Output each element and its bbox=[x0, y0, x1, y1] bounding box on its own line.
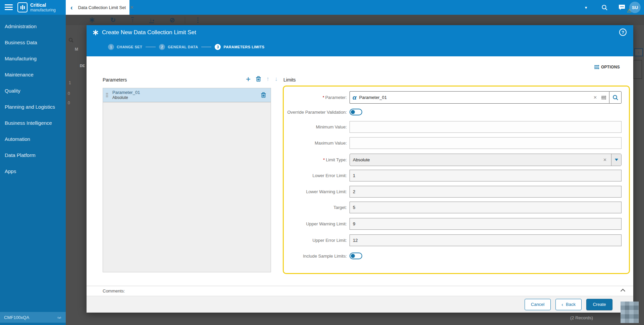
create-button[interactable]: Create bbox=[586, 299, 612, 310]
required-marker: * bbox=[323, 157, 325, 162]
options-button[interactable]: OPTIONS bbox=[594, 65, 620, 69]
limit-type-value[interactable]: Absolute bbox=[353, 157, 603, 162]
critical-manufacturing-logo-icon bbox=[17, 2, 28, 12]
parameter-lookup-field: α Parameter_01 ✕ bbox=[350, 91, 622, 104]
delete-parameter-button[interactable] bbox=[256, 76, 261, 82]
step-label: CHANGE SET bbox=[117, 45, 142, 49]
override-validation-label: Override Parameter Validation: bbox=[284, 110, 350, 115]
field-row-target: Target: bbox=[284, 202, 629, 213]
field-row-upper-warning-limit: Upper Warning Limit: bbox=[284, 218, 629, 230]
sidebar-item-business-intelligence[interactable]: Business Intelligence bbox=[0, 115, 66, 131]
tab-close-icon[interactable]: ✕ bbox=[130, 5, 134, 10]
row-delete-icon[interactable] bbox=[261, 92, 266, 98]
include-sample-limits-toggle[interactable] bbox=[350, 253, 362, 259]
upper-warning-limit-input[interactable] bbox=[350, 218, 622, 230]
limits-highlighted-panel: *Parameter: α Parameter_01 ✕ bbox=[283, 86, 630, 274]
limit-type-label: Limit Type: bbox=[326, 157, 347, 162]
step-number: 3 bbox=[215, 44, 221, 50]
background-cell-value: 0 bbox=[68, 101, 70, 105]
upper-warning-limit-label: Upper Warning Limit: bbox=[284, 221, 350, 226]
global-search-icon[interactable] bbox=[600, 0, 609, 15]
comments-section: Comments: bbox=[87, 286, 633, 296]
help-icon[interactable]: ? bbox=[619, 29, 627, 36]
step-general-data[interactable]: 2 GENERAL DATA bbox=[159, 44, 198, 50]
upper-error-limit-input[interactable] bbox=[350, 234, 622, 246]
options-label: OPTIONS bbox=[601, 65, 620, 69]
field-row-lower-warning-limit: Lower Warning Limit: bbox=[284, 186, 629, 198]
new-entity-asterisk-icon bbox=[93, 30, 99, 36]
field-row-parameter: *Parameter: α Parameter_01 ✕ bbox=[284, 91, 629, 104]
add-parameter-button[interactable]: + bbox=[246, 76, 251, 82]
parameter-name: Parameter_01 bbox=[112, 90, 140, 95]
sidebar-item-data-platform[interactable]: Data Platform bbox=[0, 147, 66, 163]
step-parameters-limits[interactable]: 3 PARAMETERS LIMITS bbox=[215, 44, 264, 50]
sidebar-item-apps[interactable]: Apps bbox=[0, 163, 66, 179]
step-change-set[interactable]: 1 CHANGE SET bbox=[108, 44, 142, 50]
environment-name: CMF100xQA bbox=[4, 315, 29, 320]
app-root: Critical manufacturing ‹ Data Collection… bbox=[0, 0, 644, 325]
background-partial-column-header: DE bbox=[80, 64, 85, 68]
background-partial-letter: M bbox=[75, 47, 78, 52]
parameter-field-label: Parameter: bbox=[325, 95, 347, 100]
step-connector bbox=[146, 47, 156, 47]
move-parameter-up-button[interactable]: ↑ bbox=[266, 75, 269, 83]
cancel-button[interactable]: Cancel bbox=[525, 299, 551, 310]
sidebar-item-manufacturing[interactable]: Manufacturing bbox=[0, 50, 66, 66]
tab-back-chevron-icon[interactable]: ‹ bbox=[70, 4, 73, 11]
chevron-up-icon[interactable] bbox=[621, 289, 625, 293]
tab-data-collection-limit-set[interactable]: ‹ Data Collection Limit Set ✕ bbox=[66, 0, 129, 15]
step-number: 2 bbox=[159, 44, 165, 50]
move-parameter-down-button[interactable]: ↓ bbox=[275, 75, 278, 83]
limit-type-dropdown-button[interactable] bbox=[611, 154, 621, 166]
step-label: GENERAL DATA bbox=[168, 45, 198, 49]
minimum-value-input[interactable] bbox=[350, 121, 622, 133]
lower-warning-limit-label: Lower Warning Limit: bbox=[284, 189, 350, 194]
field-row-minimum-value: Minimum Value: bbox=[284, 121, 629, 133]
back-button[interactable]: ‹ Back bbox=[555, 299, 582, 310]
clear-limit-type-icon[interactable]: ✕ bbox=[603, 157, 607, 162]
sidebar-item-administration[interactable]: Administration bbox=[0, 18, 66, 34]
parameter-limit-type: Absolute bbox=[112, 95, 140, 100]
entity-type-alpha-icon: α bbox=[353, 94, 357, 101]
field-row-override-validation: Override Parameter Validation: bbox=[284, 109, 629, 115]
hamburger-menu-icon[interactable] bbox=[5, 4, 13, 10]
background-cell-value: 1 bbox=[69, 80, 71, 85]
avatar-warning-icon: ⚠ bbox=[627, 8, 631, 13]
parameter-list-item-selected[interactable]: Parameter_01 Absolute bbox=[103, 88, 271, 102]
sidebar-item-planning-and-logistics[interactable]: Planning and Logistics bbox=[0, 99, 66, 115]
override-validation-toggle[interactable] bbox=[350, 109, 362, 115]
sidebar-item-business-data[interactable]: Business Data bbox=[0, 34, 66, 50]
messages-icon[interactable] bbox=[617, 0, 627, 15]
parameters-panel-title: Parameters bbox=[103, 77, 127, 83]
parameter-field-value[interactable]: Parameter_01 bbox=[359, 95, 593, 100]
parameter-list-picker-icon[interactable] bbox=[601, 95, 606, 100]
clear-parameter-icon[interactable]: ✕ bbox=[593, 95, 597, 100]
field-row-lower-error-limit: Lower Error Limit: bbox=[284, 170, 629, 181]
background-new-icon bbox=[89, 17, 95, 23]
create-limit-set-wizard: Create New Data Collection Limit Set ? 1… bbox=[87, 25, 633, 313]
parameters-toolbar: + ↑ ↓ bbox=[221, 75, 278, 83]
maximum-value-label: Maximum Value: bbox=[284, 141, 350, 146]
wizard-steps: 1 CHANGE SET 2 GENERAL DATA 3 PARAMETERS… bbox=[108, 44, 265, 50]
sidebar-item-maintenance[interactable]: Maintenance bbox=[0, 66, 66, 83]
lower-error-limit-input[interactable] bbox=[350, 170, 622, 181]
drag-handle[interactable] bbox=[106, 93, 108, 98]
background-cell-value: 0 bbox=[68, 91, 70, 96]
lower-warning-limit-input[interactable] bbox=[350, 186, 622, 198]
comments-label: Comments: bbox=[103, 288, 125, 293]
parameter-search-button[interactable] bbox=[609, 91, 622, 104]
sidebar-item-automation[interactable]: Automation bbox=[0, 131, 66, 147]
chevron-down-icon bbox=[615, 159, 618, 161]
background-panel-fragment bbox=[633, 60, 642, 79]
app-logo: Critical manufacturing bbox=[17, 2, 56, 12]
background-search-icon bbox=[68, 38, 74, 43]
options-sliders-icon bbox=[594, 65, 600, 69]
sidebar-item-quality[interactable]: Quality bbox=[0, 83, 66, 99]
sidebar-menu: Administration Business Data Manufacturi… bbox=[0, 15, 66, 179]
tabs-dropdown-caret-icon[interactable]: ▾ bbox=[582, 0, 590, 15]
step-label: PARAMETERS LIMITS bbox=[223, 45, 264, 49]
logo-text-line2: manufacturing bbox=[30, 8, 56, 12]
target-input[interactable] bbox=[350, 202, 622, 213]
maximum-value-input[interactable] bbox=[350, 137, 622, 149]
background-toolbar: ↻ ↑ ↓▾ ⊘ ⋮ bbox=[66, 15, 644, 25]
